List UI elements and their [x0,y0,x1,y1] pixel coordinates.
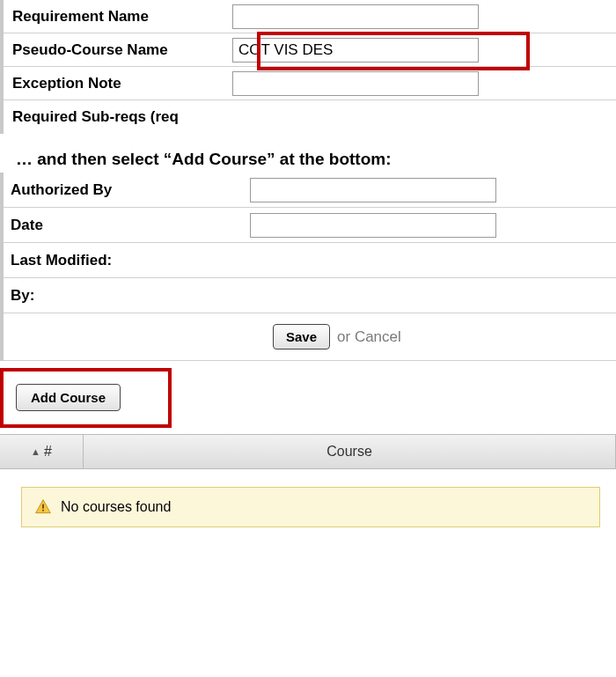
required-subreqs-label: Required Sub-reqs (req [4,101,232,133]
highlight-pseudo-course [257,32,530,70]
by-label: By: [4,280,250,312]
exception-note-label: Exception Note [4,68,232,99]
exception-note-input[interactable] [232,71,479,96]
col-course-header[interactable]: Course [84,435,616,468]
svg-rect-0 [42,504,44,509]
warning-icon [34,498,52,516]
instruction-text: … and then select “Add Course” at the bo… [0,134,616,173]
date-input[interactable] [250,213,496,238]
or-cancel-text[interactable]: or Cancel [337,328,401,346]
col-num-header[interactable]: ▲ # [0,435,84,468]
no-courses-banner: No courses found [21,487,600,527]
col-course-label: Course [326,444,372,460]
highlight-add-course [0,368,172,428]
sort-asc-icon: ▲ [31,446,40,457]
requirement-name-input[interactable] [232,4,479,29]
requirement-name-label: Requirement Name [4,1,232,33]
course-table-header: ▲ # Course [0,434,616,469]
last-modified-label: Last Modified: [4,245,250,276]
svg-rect-1 [42,510,44,511]
no-courses-text: No courses found [61,499,171,515]
authorized-by-label: Authorized By [4,174,250,206]
save-button[interactable]: Save [273,324,330,350]
date-label: Date [4,210,250,241]
pseudo-course-name-label: Pseudo-Course Name [4,34,232,66]
authorized-by-input[interactable] [250,178,496,202]
col-num-label: # [44,444,52,460]
